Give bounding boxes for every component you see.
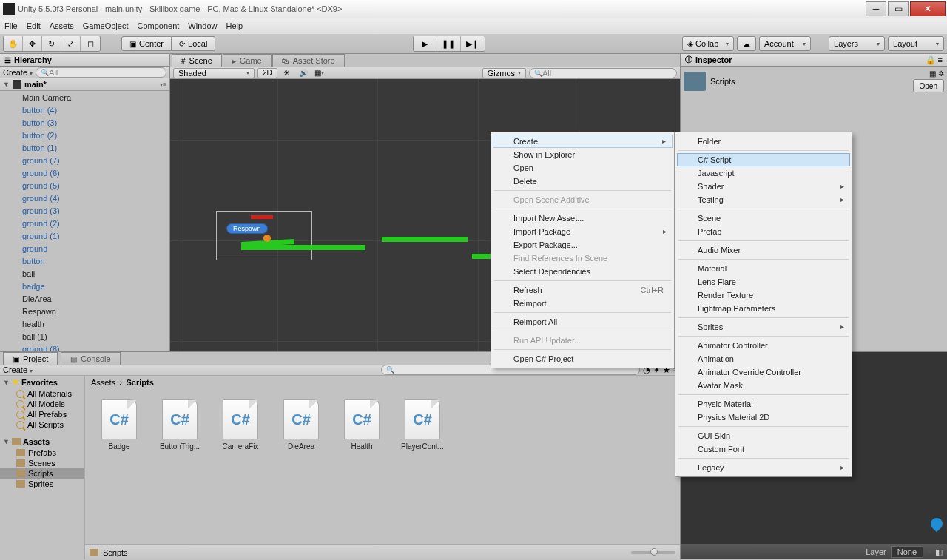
layers-dropdown[interactable]: Layers▾ [829, 36, 885, 51]
hierarchy-item[interactable]: Main Camera [0, 92, 169, 104]
menu-file[interactable]: File [4, 21, 18, 30]
menu-item[interactable]: Testing [677, 193, 850, 206]
menu-item[interactable]: Import Package [493, 225, 673, 238]
menu-item[interactable]: Prefab [677, 225, 850, 238]
menu-item[interactable]: Create [493, 135, 673, 148]
tab-project[interactable]: ▣ Project [3, 352, 58, 365]
hierarchy-item[interactable]: ground (3) [0, 205, 169, 217]
hierarchy-item[interactable]: ground (6) [0, 167, 169, 180]
hierarchy-item[interactable]: button (4) [0, 104, 169, 117]
menu-item[interactable]: Shader [677, 180, 850, 193]
pause-button[interactable]: ❚❚ [437, 36, 461, 51]
hierarchy-item[interactable]: Respawn [0, 306, 169, 318]
hierarchy-create-button[interactable]: Create ▾ [3, 68, 33, 77]
menu-item[interactable]: Audio Mixer [677, 243, 850, 257]
menu-item[interactable]: Select Dependencies [493, 265, 673, 278]
account-dropdown[interactable]: Account▾ [759, 36, 811, 51]
scene-options-icon[interactable]: ▾≡ [160, 81, 166, 88]
menu-item[interactable]: Javascript [677, 166, 850, 180]
hand-tool[interactable]: ✋ [4, 36, 23, 51]
layout-dropdown[interactable]: Layout▾ [888, 36, 944, 51]
pivot-local-button[interactable]: ⟳ Local [172, 36, 215, 51]
2d-toggle[interactable]: 2D [257, 68, 277, 78]
hierarchy-item[interactable]: button (3) [0, 117, 169, 129]
hierarchy-item[interactable]: ground (7) [0, 155, 169, 167]
cloud-button[interactable]: ☁ [737, 36, 756, 51]
project-create-button[interactable]: Create ▾ [3, 365, 33, 374]
inspector-help-icon[interactable]: ▦ ✲ [929, 70, 944, 78]
tab-game[interactable]: ▸ Game [223, 54, 272, 67]
menu-window[interactable]: Window [188, 21, 217, 30]
draw-mode-dropdown[interactable]: Shaded▾ [173, 68, 255, 78]
notification-icon[interactable] [929, 516, 946, 533]
script-asset[interactable]: C#DieArea [277, 399, 325, 451]
move-tool[interactable]: ✥ [23, 36, 42, 51]
menu-item[interactable]: Reimport [493, 297, 673, 310]
menu-item[interactable]: Animator Override Controller [677, 365, 850, 379]
collab-dropdown[interactable]: ◈ Collab▾ [682, 36, 734, 51]
hierarchy-item[interactable]: DieArea [0, 293, 169, 306]
gizmos-dropdown[interactable]: Gizmos▾ [482, 68, 526, 78]
lighting-icon[interactable]: ☀ [280, 68, 294, 78]
pivot-center-button[interactable]: ▣ Center [121, 36, 172, 51]
menu-item[interactable]: Export Package... [493, 238, 673, 252]
menu-item[interactable]: Avatar Mask [677, 379, 850, 392]
tab-asset-store[interactable]: 🛍 Asset Store [272, 54, 345, 67]
ball-sprite[interactable] [263, 235, 271, 242]
favorite-item[interactable]: All Materials [0, 388, 84, 399]
menu-item[interactable]: C# Script [677, 153, 850, 166]
menu-item[interactable]: Reimport All [493, 315, 673, 328]
menu-edit[interactable]: Edit [27, 21, 41, 30]
menu-assets[interactable]: Assets [50, 21, 74, 30]
menu-item[interactable]: Animator Controller [677, 339, 850, 352]
favorites-header[interactable]: ▼★Favorites [0, 376, 84, 388]
respawn-label[interactable]: Respawn [226, 223, 268, 234]
close-button[interactable]: ✕ [910, 1, 946, 16]
breadcrumb[interactable]: Assets › Scripts [85, 376, 680, 389]
step-button[interactable]: ▶❙ [461, 36, 485, 51]
menu-item[interactable]: Open C# Project [493, 352, 673, 365]
hierarchy-item[interactable]: ground (2) [0, 217, 169, 230]
menu-item[interactable]: Folder [677, 135, 850, 148]
scene-search-input[interactable]: 🔍All [529, 68, 677, 78]
menu-item[interactable]: Legacy [677, 461, 850, 474]
inspector-tab[interactable]: ⓘ Inspector 🔒 ≡ [681, 54, 947, 67]
script-asset[interactable]: C#CameraFix [217, 399, 264, 451]
minimize-button[interactable]: ─ [866, 1, 886, 16]
menu-item[interactable]: Open [493, 161, 673, 175]
hierarchy-item[interactable]: ball (1) [0, 331, 169, 343]
menu-component[interactable]: Component [137, 21, 179, 30]
play-button[interactable]: ▶ [414, 36, 437, 51]
menu-item[interactable]: Custom Font [677, 442, 850, 456]
audio-icon[interactable]: 🔊 [297, 68, 310, 78]
ground-sprite[interactable] [382, 237, 468, 242]
menu-item[interactable]: RefreshCtrl+R [493, 283, 673, 297]
menu-item[interactable]: Material [677, 262, 850, 275]
hierarchy-item[interactable]: ground (8) [0, 343, 169, 351]
diearea-sprite[interactable] [251, 215, 273, 219]
hierarchy-item[interactable]: ball [0, 268, 169, 280]
menu-item[interactable]: Render Texture [677, 289, 850, 302]
hierarchy-item[interactable]: button [0, 255, 169, 268]
assets-folder-item[interactable]: Sprites [0, 479, 84, 489]
hierarchy-scene-header[interactable]: ▼main* ▾≡ [0, 78, 169, 91]
rotate-tool[interactable]: ↻ [42, 36, 61, 51]
zoom-slider[interactable] [631, 551, 675, 554]
menu-item[interactable]: Physics Material 2D [677, 411, 850, 424]
menu-gameobject[interactable]: GameObject [83, 21, 129, 30]
hierarchy-item[interactable]: ground (4) [0, 192, 169, 205]
tab-console[interactable]: ▤ Console [61, 352, 120, 365]
assets-folder-item[interactable]: Prefabs [0, 448, 84, 458]
menu-item[interactable]: Sprites [677, 320, 850, 334]
slideshow-icon[interactable]: ◧ [935, 547, 943, 557]
assets-header[interactable]: ▼Assets [0, 436, 84, 448]
hierarchy-search-input[interactable]: 🔍All [36, 67, 166, 78]
menu-help[interactable]: Help [226, 21, 243, 30]
favorite-item[interactable]: All Scripts [0, 419, 84, 430]
fx-icon[interactable]: ▦▾ [313, 68, 326, 78]
menu-item[interactable]: Physic Material [677, 397, 850, 411]
menu-item[interactable]: Import New Asset... [493, 212, 673, 225]
assets-folder-item[interactable]: Scripts [0, 468, 84, 479]
favorite-item[interactable]: All Models [0, 399, 84, 409]
hierarchy-item[interactable]: ground (1) [0, 230, 169, 243]
